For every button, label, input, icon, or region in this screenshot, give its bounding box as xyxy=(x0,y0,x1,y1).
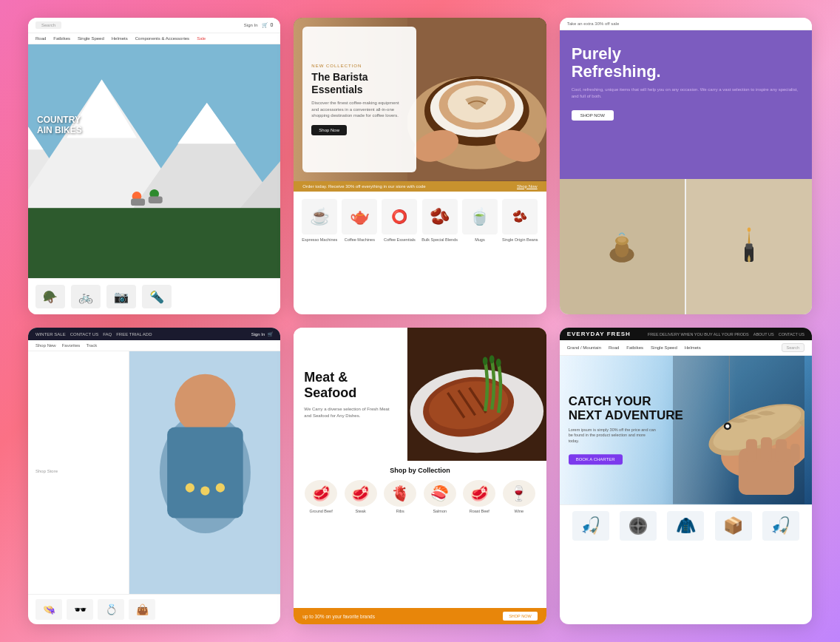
barista-prod-origins[interactable]: 🫘 Single Origin Beans xyxy=(502,199,538,310)
barista-prod-mugs[interactable]: 🍵 Mugs xyxy=(462,199,498,310)
food-promo-bar: up to 30% on your favorite brands SHOP N… xyxy=(294,608,546,624)
fashion-main-image xyxy=(129,351,281,594)
food-thumb-wine: 🍷 xyxy=(503,480,535,507)
barista-prod-coffee[interactable]: 🫖 Coffee Machines xyxy=(342,199,377,310)
food-item-salmon[interactable]: 🍣 Salmon xyxy=(424,480,456,513)
fashion-subnav-track[interactable]: Track xyxy=(86,343,97,348)
adventure-prod-rod-img: 🎣 xyxy=(762,511,799,541)
fashion-sub-nav: Shop New Favorites Track xyxy=(28,340,280,351)
refresh-purple-section: Purely Refreshing. Cool, refreshing, uni… xyxy=(560,30,812,179)
adventure-cta-button[interactable]: BOOK A CHARTER xyxy=(569,454,623,464)
bikes-cart[interactable]: 🛒 0 xyxy=(262,22,273,28)
fashion-cart-icon[interactable]: 🛒 xyxy=(268,331,273,337)
barista-promo-banner: Order today. Receive 30% off everything … xyxy=(294,181,546,192)
bikes-hero: COUNTRY AIN BIKES xyxy=(28,44,280,278)
refresh-shop-button[interactable]: SHOP NOW xyxy=(572,110,614,121)
adventure-prod-jacket[interactable]: 🧥 xyxy=(667,511,704,541)
bikes-signin[interactable]: Sign In xyxy=(244,23,258,27)
bikes-nav-components[interactable]: Components & Accessories xyxy=(135,36,189,41)
adventure-prod-lure-img: 🎣 xyxy=(572,511,609,541)
barista-cta-button[interactable]: Shop Now xyxy=(311,125,347,135)
barista-prod-origins-img: 🫘 xyxy=(502,199,538,234)
food-item-wine[interactable]: 🍷 Wine xyxy=(503,480,535,513)
fashion-nav-wintersale[interactable]: WINTER SALE xyxy=(35,332,66,337)
svg-rect-55 xyxy=(776,439,787,462)
food-item-ribs[interactable]: 🫀 Ribs xyxy=(384,480,416,513)
fashion-signin[interactable]: Sign In xyxy=(251,332,265,337)
barista-prod-espresso-label: Espresso Machines xyxy=(302,237,337,242)
adventure-nav-fatbikes[interactable]: Fatbikes xyxy=(626,345,643,350)
adventure-brand: EVERYDAY FRESH xyxy=(567,331,631,337)
fashion-shop-div: Shop Store xyxy=(35,469,121,473)
adventure-nav-road[interactable]: Road xyxy=(609,345,619,350)
bikes-nav-right: Sign In 🛒 0 xyxy=(244,22,274,28)
fashion-nav: WINTER SALE CONTACT US FAQ FREE TRIAL AD… xyxy=(28,328,280,340)
bikes-products-row: 🪖 🚲 📷 🔦 xyxy=(28,278,280,314)
fashion-subnav-shopnew[interactable]: Shop New xyxy=(35,343,56,348)
barista-prod-blends[interactable]: 🫘 Bulk Special Blends xyxy=(421,199,458,310)
bikes-nav-fatbikes[interactable]: Fatbikes xyxy=(53,36,70,41)
fashion-nav-contact[interactable]: CONTACT US xyxy=(70,332,98,337)
bikes-nav-helmets[interactable]: Helmets xyxy=(112,36,128,41)
adventure-card: EVERYDAY FRESH FREE DELIVERY WHEN YOU BU… xyxy=(560,328,812,624)
food-item-groundbeef[interactable]: 🥩 Ground Beef xyxy=(305,480,337,513)
barista-desc: Discover the finest coffee-making equipm… xyxy=(311,100,407,118)
food-text-side: Meat & Seafood We Carry a diverse select… xyxy=(294,328,407,461)
fashion-subnav-favorites[interactable]: Favorites xyxy=(62,343,81,348)
fashion-nav-faq[interactable]: FAQ xyxy=(103,332,112,337)
svg-point-50 xyxy=(726,425,730,428)
barista-promo-text: Order today. Receive 30% off everything … xyxy=(302,184,425,189)
food-card: Meat & Seafood We Carry a diverse select… xyxy=(294,328,546,624)
refresh-prod-1[interactable] xyxy=(560,179,685,315)
barista-prod-essentials-label: Coffee Essentials xyxy=(384,237,416,242)
food-label-salmon: Salmon xyxy=(433,509,447,513)
food-image xyxy=(407,328,546,461)
adventure-top-links: FREE DELIVERY WHEN YOU BUY ALL YOUR PROD… xyxy=(648,332,805,337)
bikes-nav-singlespeed[interactable]: Single Speed xyxy=(78,36,104,41)
bikes-prod-1[interactable]: 🪖 xyxy=(35,285,65,308)
adventure-prod-box[interactable]: 📦 xyxy=(715,511,752,541)
adventure-nav-grand[interactable]: Grand / Mountain xyxy=(567,345,601,350)
adventure-delivery-link[interactable]: FREE DELIVERY WHEN YOU BUY ALL YOUR PROD… xyxy=(648,332,749,337)
barista-prod-essentials[interactable]: ⭕ Coffee Essentials xyxy=(382,199,417,310)
refresh-prod-2[interactable] xyxy=(686,179,812,315)
bikes-prod-3[interactable]: 📷 xyxy=(106,285,136,308)
food-shop-button[interactable]: SHOP NOW xyxy=(503,612,537,621)
adventure-nav-row: Grand / Mountain Road Fatbikes Single Sp… xyxy=(560,340,812,356)
svg-point-42 xyxy=(483,357,488,365)
refresh-products-bottom xyxy=(560,179,812,315)
bikes-prod-2[interactable]: 🚲 xyxy=(71,285,101,308)
barista-products-grid: ☕ Espresso Machines 🫖 Coffee Machines ⭕ … xyxy=(294,192,546,314)
barista-content-box: NEW COLLECTION The Barista Essentials Di… xyxy=(302,27,416,172)
adventure-about-link[interactable]: ABOUT US xyxy=(753,332,774,337)
food-thumb-groundbeef: 🥩 xyxy=(305,480,337,507)
fashion-prod-1[interactable]: 👒 xyxy=(35,599,62,620)
barista-prod-espresso[interactable]: ☕ Espresso Machines xyxy=(302,199,337,310)
adventure-prod-lure[interactable]: 🎣 xyxy=(572,511,609,541)
adventure-search-input[interactable]: Search xyxy=(782,343,805,352)
food-item-steak[interactable]: 🥩 Steak xyxy=(345,480,377,513)
barista-promo-code[interactable]: Shop Now xyxy=(517,184,538,189)
fashion-prod-2[interactable]: 🕶️ xyxy=(67,599,93,620)
food-label-roastbeef: Roast Beef xyxy=(470,509,490,513)
adventure-prod-reel[interactable] xyxy=(620,511,657,541)
bikes-prod-4[interactable]: 🔦 xyxy=(142,285,172,308)
food-item-roastbeef[interactable]: 🥩 Roast Beef xyxy=(463,480,495,513)
svg-rect-56 xyxy=(790,444,800,462)
adventure-prod-rod[interactable]: 🎣 xyxy=(762,511,799,541)
svg-point-43 xyxy=(490,355,495,363)
fashion-nav-free[interactable]: FREE TRIAL ADD xyxy=(116,332,152,337)
adventure-nav-single[interactable]: Single Speed xyxy=(651,345,677,350)
fashion-search-area: Sign In 🛒 xyxy=(251,331,274,337)
fashion-prod-4[interactable]: 👜 xyxy=(129,599,155,620)
food-thumb-steak: 🥩 xyxy=(345,480,377,507)
refresh-card: Take an extra 30% off sale Purely Refres… xyxy=(560,18,812,314)
bikes-nav-sale[interactable]: Sale xyxy=(197,36,206,41)
adventure-nav-helmets[interactable]: Helmets xyxy=(685,345,701,350)
refresh-title-line2: Refreshing. xyxy=(572,63,800,81)
adventure-contact-link[interactable]: CONTACT US xyxy=(779,332,805,337)
fashion-prod-3[interactable]: 💍 xyxy=(98,599,124,620)
food-items-row: 🥩 Ground Beef 🥩 Steak 🫀 Ribs 🍣 Salmon 🥩 xyxy=(302,480,537,513)
bikes-nav-road[interactable]: Road xyxy=(35,36,46,41)
svg-rect-54 xyxy=(761,437,772,462)
